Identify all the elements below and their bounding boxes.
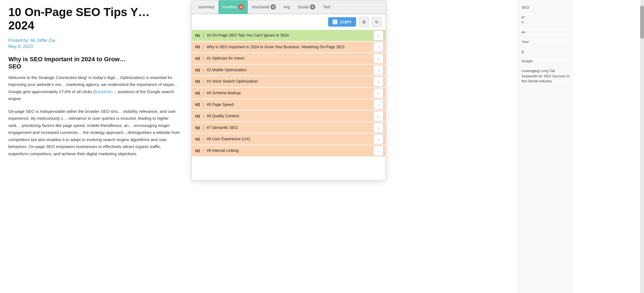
headline-item-1: H2 | Why is SEO Important in 2024 to Gro… — [192, 42, 386, 53]
headline-separator-10: | — [202, 145, 205, 156]
headline-text-3: #2 Mobile Optimization: — [205, 65, 373, 76]
sidebar-item-your: Your — [518, 37, 573, 47]
headline-item-9: H2 | #8 User Experience (UX):↓ — [192, 134, 386, 145]
headline-expand-btn-0[interactable]: ↓ — [373, 30, 383, 40]
headline-separator-8: | — [202, 122, 205, 133]
tab-social[interactable]: Social 0 — [294, 0, 319, 14]
headline-separator-5: | — [202, 88, 205, 99]
headline-text-0: 10 On-Page SEO Tips You Can't Ignore In … — [205, 30, 373, 41]
refresh-icon: ↻ — [375, 19, 379, 25]
article-date: May 8, 2023 — [8, 44, 180, 49]
headline-separator-1: | — [202, 42, 205, 53]
overlay-panel: summary headline 19 structured 0 img Soc… — [192, 0, 386, 180]
article-title: 10 On-Page SEO Tips Y…2024 — [8, 6, 180, 32]
tab-headline[interactable]: headline 19 — [218, 0, 248, 14]
headline-separator-9: | — [202, 134, 205, 145]
headline-text-6: #5 Page Speed: — [205, 99, 373, 110]
headline-expand-btn-10[interactable]: ↓ — [373, 146, 383, 156]
headline-expand-btn-1[interactable]: ↓ — [373, 42, 383, 52]
tab-bar: summary headline 19 structured 0 img Soc… — [192, 0, 386, 14]
headline-tag-0: H1 — [192, 30, 202, 41]
settings-button[interactable]: ⚙ — [359, 17, 369, 27]
sidebar-item-scripts: Scripts — [518, 57, 573, 66]
headline-text-2: #1 Optimize for Intent: — [205, 53, 373, 64]
article-author: Posted by: Ali Jaffar Zia — [8, 38, 180, 43]
toolbar-row: COPY ⚙ ↻ — [192, 14, 386, 30]
structured-badge: 0 — [270, 4, 276, 10]
headline-text-7: #6 Quality Content: — [205, 111, 373, 122]
headline-separator-7: | — [202, 111, 205, 122]
tab-structured[interactable]: structured 0 — [248, 0, 280, 14]
headline-tag-6: H2 — [192, 99, 202, 110]
headline-tag-10: H2 — [192, 145, 202, 156]
headline-separator-4: | — [202, 76, 205, 87]
sidebar-item-g: g — [518, 47, 573, 57]
backlinko-link[interactable]: Backlinkо — [95, 89, 112, 94]
headline-badge: 19 — [238, 4, 244, 10]
sidebar-item-longtail[interactable]: Leveraging Long Tail Keywords for SEO Su… — [518, 66, 573, 86]
headline-expand-btn-6[interactable]: ↓ — [373, 100, 383, 109]
tab-tool[interactable]: Tool — [319, 0, 334, 14]
article-paragraph-2: On-page SEO is indispensable within the … — [8, 108, 180, 157]
headline-text-9: #8 User Experience (UX): — [205, 134, 373, 145]
headline-item-7: H2 | #6 Quality Content:↓ — [192, 111, 386, 122]
tab-summary[interactable]: summary — [195, 0, 218, 14]
headline-tag-1: H2 — [192, 42, 202, 53]
headline-item-3: H2 | #2 Mobile Optimization:↓ — [192, 65, 386, 76]
copy-icon — [333, 19, 338, 24]
headline-item-4: H2 | #3 Voice Search Optimization:↓ — [192, 76, 386, 88]
sidebar-item-seo: SEO — [518, 3, 573, 12]
scrollbar-thumb[interactable] — [640, 6, 644, 39]
headline-tag-4: H2 — [192, 76, 202, 87]
tab-img[interactable]: img — [280, 0, 294, 14]
article-area: 10 On-Page SEO Tips Y…2024 Posted by: Al… — [0, 0, 189, 293]
gear-icon: ⚙ — [362, 19, 366, 25]
headline-tag-2: H2 — [192, 53, 202, 64]
headline-expand-btn-5[interactable]: ↓ — [373, 88, 383, 98]
article-paragraph-1: Welcome to the Strategic Connection blog… — [8, 74, 180, 102]
headline-item-6: H2 | #5 Page Speed:↓ — [192, 99, 386, 111]
headline-expand-btn-4[interactable]: ↓ — [373, 77, 383, 86]
headline-text-8: #7 Semantic SEO: — [205, 122, 373, 133]
headline-text-1: Why is SEO Important in 2024 to Grow You… — [205, 42, 373, 53]
right-sidebar: SEO ern eo Your g Scripts Leveraging Lon… — [518, 0, 573, 293]
headline-text-10: #9 Internal Linking: — [205, 145, 373, 156]
headline-item-5: H2 | #4 Schema Markup:↓ — [192, 88, 386, 99]
headline-separator-2: | — [202, 53, 205, 64]
headline-text-4: #3 Voice Search Optimization: — [205, 76, 373, 87]
headline-tag-5: H2 — [192, 88, 202, 99]
headline-expand-btn-2[interactable]: ↓ — [373, 53, 383, 63]
refresh-button[interactable]: ↻ — [372, 17, 382, 27]
scrollbar-track[interactable] — [640, 0, 644, 293]
headline-item-10: H2 | #9 Internal Linking:↓ — [192, 145, 386, 157]
headline-tag-9: H2 — [192, 134, 202, 145]
headline-expand-btn-8[interactable]: ↓ — [373, 123, 383, 133]
headline-separator-0: | — [202, 30, 205, 41]
headline-tag-7: H2 — [192, 111, 202, 122]
headline-expand-btn-3[interactable]: ↓ — [373, 65, 383, 75]
headline-tag-3: H2 — [192, 65, 202, 76]
copy-button[interactable]: COPY — [328, 17, 356, 27]
headline-expand-btn-9[interactable]: ↓ — [373, 134, 383, 144]
headline-separator-6: | — [202, 99, 205, 110]
article-section-heading: Why is SEO Important in 2024 to Grow…SEO — [8, 56, 180, 70]
headlines-list: H1 | 10 On-Page SEO Tips You Can't Ignor… — [192, 30, 386, 180]
sidebar-item-eo: eo — [518, 27, 573, 37]
sidebar-item-er: ern — [518, 12, 573, 27]
headline-tag-8: H2 — [192, 122, 202, 133]
headline-item-0: H1 | 10 On-Page SEO Tips You Can't Ignor… — [192, 30, 386, 42]
headline-item-2: H2 | #1 Optimize for Intent:↓ — [192, 53, 386, 65]
headline-item-8: H2 | #7 Semantic SEO:↓ — [192, 122, 386, 134]
headline-separator-3: | — [202, 65, 205, 76]
headline-expand-btn-7[interactable]: ↓ — [373, 111, 383, 121]
headline-text-5: #4 Schema Markup: — [205, 88, 373, 99]
social-badge: 0 — [310, 4, 315, 10]
